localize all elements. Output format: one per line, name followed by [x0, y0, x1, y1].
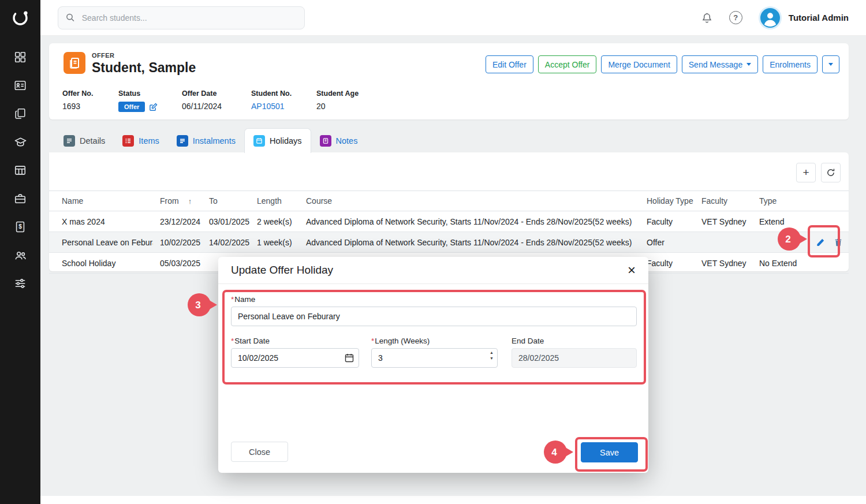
search-box [58, 6, 305, 29]
refresh-button[interactable] [821, 163, 841, 182]
offer-no-label: Offer No. [62, 89, 118, 98]
spinner-up-icon[interactable]: ▲ [490, 350, 494, 354]
enrolments-label: Enrolments [770, 60, 811, 69]
notification-bell-icon[interactable] [701, 12, 713, 24]
close-icon[interactable]: × [628, 263, 636, 277]
offer-no-field: Offer No. 1693 [62, 89, 118, 112]
tab-notes-label: Notes [336, 136, 358, 145]
tab-instalments-label: Instalments [193, 136, 236, 145]
status-edit-icon[interactable] [149, 103, 158, 111]
column-header-type[interactable]: Type [752, 191, 798, 211]
column-header-faculty[interactable]: Faculty [695, 191, 752, 211]
status-field: Status Offer [118, 89, 182, 112]
holiday-type-cell: Offer [640, 232, 695, 253]
start-date-wrap [231, 348, 359, 368]
tab-holidays[interactable]: Holidays [244, 128, 311, 153]
student-no-field: Student No. AP10501 [251, 89, 316, 112]
name-cell: X mas 2024 [49, 211, 153, 232]
svg-text:$: $ [18, 223, 22, 230]
spinner-down-icon[interactable]: ▼ [490, 356, 494, 360]
tab-instalments[interactable]: Instalments [168, 128, 244, 153]
close-button-label: Close [249, 447, 270, 457]
offer-kicker: OFFER [92, 52, 114, 59]
column-header-from[interactable]: From↑ [153, 191, 202, 211]
settings-icon [14, 277, 27, 290]
name-field[interactable] [231, 307, 637, 326]
offers-icon [14, 107, 27, 120]
sidebar-item-timetables[interactable] [13, 163, 27, 177]
student-age-label: Student Age [316, 89, 380, 98]
card-tools: + [796, 163, 841, 182]
finance-icon: $ [14, 221, 27, 233]
edit-offer-button[interactable]: Edit Offer [486, 55, 533, 73]
add-holiday-button[interactable]: + [796, 163, 816, 182]
user-menu[interactable]: Tutorial Admin [759, 6, 849, 29]
column-header-length[interactable]: Length [250, 191, 299, 211]
column-header-name[interactable]: Name [49, 191, 153, 211]
modal-title: Update Offer Holiday [231, 264, 333, 277]
tab-notes[interactable]: Notes [311, 128, 367, 153]
send-message-button[interactable]: Send Message [682, 55, 758, 73]
status-badge: Offer [118, 102, 145, 112]
calendar-icon[interactable] [345, 353, 354, 363]
edit-row-icon[interactable] [816, 238, 825, 247]
offer-document-icon [68, 56, 81, 70]
length-spinner: ▲ ▼ [490, 350, 494, 360]
help-icon[interactable]: ? [729, 11, 742, 24]
merge-document-button[interactable]: Merge Document [601, 55, 677, 73]
sidebar-item-settings[interactable] [13, 277, 27, 290]
column-header-course[interactable]: Course [299, 191, 640, 211]
user-name: Tutorial Admin [789, 13, 849, 23]
end-date-field [512, 348, 637, 368]
caret-down-icon [746, 63, 751, 66]
column-header-to[interactable]: To [202, 191, 250, 211]
table-row[interactable]: X mas 2024 23/12/2024 03/01/2025 2 week(… [49, 211, 849, 232]
sidebar-item-students[interactable] [13, 79, 27, 92]
tab-details-label: Details [80, 136, 105, 145]
table-row[interactable]: Personal Leave on Feburary 10/02/2025 14… [49, 232, 849, 253]
tab-items-label: Items [139, 136, 159, 145]
tab-details[interactable]: Details [55, 128, 114, 153]
sidebar-item-agents[interactable] [13, 192, 27, 206]
sidebar-item-finance[interactable]: $ [13, 220, 27, 234]
column-header-holiday-type[interactable]: Holiday Type [640, 191, 695, 211]
save-button[interactable]: Save [581, 442, 638, 462]
holiday-type-cell: Faculty [640, 211, 695, 232]
length-field-label: *Length (Weeks) [371, 337, 430, 345]
offer-tabs: Details Items Instalments [55, 128, 366, 153]
start-date-field[interactable] [231, 348, 359, 368]
sidebar-nav: $ [0, 50, 40, 290]
sidebar-item-offers[interactable] [13, 107, 27, 121]
pencil-icon [816, 238, 825, 247]
enrolments-button[interactable]: Enrolments [763, 55, 818, 73]
tab-items[interactable]: Items [114, 128, 167, 153]
sidebar-item-users[interactable] [13, 248, 27, 262]
end-date-label: End Date [512, 337, 544, 345]
faculty-cell [695, 232, 752, 253]
accept-offer-button[interactable]: Accept Offer [538, 55, 597, 73]
actions-cell [798, 253, 849, 274]
refresh-icon [826, 168, 835, 177]
required-mark: * [231, 337, 234, 345]
offer-date-value: 06/11/2024 [182, 102, 251, 111]
timetable-icon [14, 164, 27, 177]
offer-no-value: 1693 [62, 102, 118, 111]
close-button[interactable]: Close [231, 442, 288, 462]
actions-cell [798, 211, 849, 232]
sort-ascending-icon: ↑ [188, 197, 192, 206]
search-input[interactable] [81, 13, 297, 23]
sidebar-item-courses[interactable] [13, 135, 27, 149]
tab-holidays-label: Holidays [270, 136, 302, 145]
offer-header-card: OFFER Student, Sample Edit Offer Accept … [49, 43, 849, 120]
app-logo[interactable] [0, 0, 40, 35]
student-no-link[interactable]: AP10501 [251, 102, 285, 111]
instalments-icon [177, 135, 188, 147]
sidebar-item-dashboard[interactable] [13, 50, 27, 64]
student-age-value: 20 [316, 102, 380, 111]
more-actions-button[interactable] [822, 55, 839, 73]
required-mark: * [371, 337, 374, 345]
offer-date-field: Offer Date 06/11/2024 [182, 89, 251, 112]
delete-row-icon[interactable] [834, 238, 842, 247]
length-field[interactable] [371, 348, 498, 368]
holidays-icon [253, 135, 265, 147]
